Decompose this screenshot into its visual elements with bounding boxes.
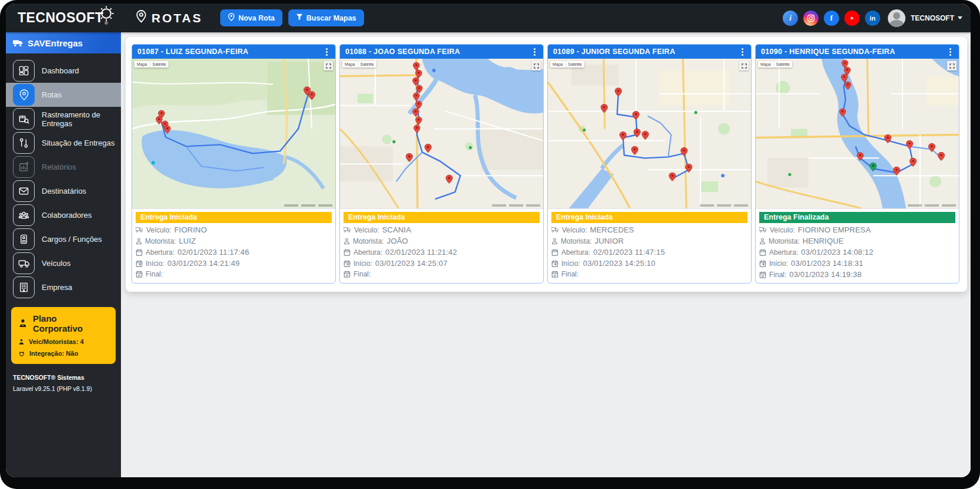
- final-row: Final:: [343, 270, 540, 278]
- sidebar-item-cargos[interactable]: Cargos / Funções: [6, 227, 121, 251]
- account-menu[interactable]: TECNOSOFT: [911, 14, 962, 22]
- person-icon: [759, 238, 766, 245]
- truck-icon: [343, 227, 351, 233]
- plan-card: Plano Corporativo Veic/Motoristas: 4 Int…: [11, 307, 116, 364]
- calendar-icon: [136, 249, 143, 256]
- person-icon: [136, 238, 142, 245]
- truck-icon: [551, 227, 559, 233]
- sidebar-item-rastreamento[interactable]: Rastreamento de Entregas: [6, 107, 121, 131]
- kebab-menu-icon[interactable]: [742, 51, 743, 53]
- map-button[interactable]: Mapa: [134, 61, 150, 68]
- sidebar-menu: Dashboard Rotas: [6, 53, 121, 299]
- map-attribution: [492, 204, 540, 207]
- route-card-header: 01089 - JUNIOR SEGUNDA FEIRA: [548, 45, 751, 59]
- route-status-icon: [13, 132, 35, 154]
- map-type-control: Mapa Satélite: [134, 61, 169, 68]
- route-card-header: 01088 - JOAO SEGUNDA FEIRA: [340, 45, 543, 59]
- calendar-check-icon: [759, 271, 766, 278]
- sidebar-item-empresa[interactable]: Empresa: [6, 275, 121, 299]
- route-card: 01087 - LUIZ SEGUNDA-FEIRA: [132, 44, 336, 284]
- sidebar-item-colaboradores[interactable]: Colaboradores: [6, 203, 121, 227]
- fullscreen-icon[interactable]: [739, 61, 749, 70]
- final-row: Final:03/01/2023 14:19:38: [759, 270, 955, 279]
- fullscreen-icon[interactable]: [531, 61, 541, 70]
- chevron-down-icon: [958, 16, 962, 19]
- registered-mark: ®: [105, 21, 108, 26]
- route-card: 01088 - JOAO SEGUNDA FEIRA: [339, 44, 544, 284]
- youtube-icon[interactable]: [844, 11, 860, 26]
- opened-row: Abertura:02/01/2023 11:47:15: [551, 248, 747, 257]
- linkedin-icon[interactable]: in: [865, 11, 880, 26]
- satellite-button[interactable]: Satélite: [773, 61, 792, 68]
- info-icon[interactable]: i: [783, 11, 798, 26]
- kebab-menu-icon[interactable]: [534, 51, 536, 53]
- calendar-check-icon: [343, 271, 351, 278]
- sidebar-item-rotas[interactable]: Rotas: [6, 83, 121, 107]
- footer-company: TECNOSOFT® Sistemas: [13, 372, 114, 383]
- truck-icon: [13, 252, 35, 274]
- route-card-body: Entrega Iniciada Veículo:SCANIA Motorist…: [340, 209, 543, 282]
- final-row: Final:: [136, 270, 332, 278]
- screenshot-frame: TECNOSOFT ® ROTAS: [0, 0, 980, 489]
- map-button[interactable]: Mapa: [550, 61, 565, 68]
- fullscreen-icon[interactable]: [324, 61, 333, 70]
- map-button[interactable]: Mapa: [342, 61, 358, 68]
- top-navbar: TECNOSOFT ® ROTAS: [6, 4, 971, 32]
- sidebar-item-situacao[interactable]: Situação de Entregas: [6, 131, 121, 155]
- sidebar-item-destinatarios[interactable]: Destinatários: [6, 179, 121, 203]
- route-card-title: 01088 - JOAO SEGUNDA FEIRA: [345, 48, 460, 56]
- route-map[interactable]: Mapa Satélite: [340, 59, 543, 209]
- satellite-button[interactable]: Satélite: [358, 61, 376, 68]
- map-button[interactable]: Mapa: [758, 61, 773, 68]
- calendar-start-icon: [551, 260, 558, 267]
- calendar-check-icon: [551, 271, 558, 278]
- envelope-icon: [13, 180, 35, 202]
- sidebar-footer: TECNOSOFT® Sistemas Laravel v9.25.1 (PHP…: [6, 370, 121, 397]
- satellite-button[interactable]: Satélite: [565, 61, 584, 68]
- filter-funnel-icon: [296, 14, 303, 22]
- map-attribution: [284, 204, 332, 207]
- brand-area[interactable]: TECNOSOFT ®: [6, 10, 121, 26]
- sidebar-item-relatorios[interactable]: Relatórios: [6, 155, 121, 179]
- driver-row: Motorista:JUNIOR: [551, 237, 747, 245]
- start-row: Início:03/01/2023 14:25:07: [343, 259, 540, 268]
- kebab-menu-icon[interactable]: [949, 51, 951, 53]
- route-map[interactable]: Mapa Satélite: [548, 59, 751, 209]
- vehicle-row: Veículo:FIORINO EMPRESA: [759, 225, 955, 234]
- app-name-banner: SAVEntregas: [6, 32, 121, 53]
- instagram-icon[interactable]: [803, 11, 819, 26]
- route-card: 01090 - HENRIQUE SEGUNDA-FEIRA: [755, 44, 959, 284]
- plan-integration: Integração: Não: [29, 350, 78, 357]
- avatar[interactable]: [888, 9, 905, 27]
- route-card: 01089 - JUNIOR SEGUNDA FEIRA: [547, 44, 752, 284]
- topbar-right: i f in TECNOSOFT: [783, 9, 971, 27]
- search-maps-button[interactable]: Buscar Mapas: [288, 9, 364, 26]
- plan-title: Plano Corporativo: [33, 313, 109, 333]
- driver-row: Motorista:LUIZ: [136, 237, 332, 245]
- sidebar-item-dashboard[interactable]: Dashboard: [6, 59, 121, 83]
- kebab-menu-icon[interactable]: [326, 51, 328, 53]
- driver-icon: [18, 339, 25, 345]
- route-card-header: 01087 - LUIZ SEGUNDA-FEIRA: [132, 45, 335, 59]
- person-icon: [551, 238, 558, 245]
- route-card-title: 01090 - HENRIQUE SEGUNDA-FEIRA: [761, 48, 895, 56]
- route-map[interactable]: Mapa Satélite: [756, 59, 959, 209]
- page-title: ROTAS: [136, 10, 203, 26]
- fullscreen-icon[interactable]: [947, 61, 957, 70]
- tecnosoft-logo: TECNOSOFT ®: [18, 10, 103, 26]
- avatar-body: [890, 20, 904, 27]
- sidebar-item-veiculos[interactable]: Veículos: [6, 251, 121, 275]
- app-window: TECNOSOFT ® ROTAS: [6, 4, 971, 477]
- satellite-button[interactable]: Satélite: [150, 61, 169, 68]
- opened-row: Abertura:03/01/2023 14:08:12: [759, 248, 955, 257]
- route-map[interactable]: Mapa Satélite: [132, 59, 335, 209]
- truck-icon: [13, 39, 23, 47]
- facebook-icon[interactable]: f: [824, 11, 839, 26]
- logo-text: TECNOSOFT: [18, 10, 103, 25]
- new-route-button[interactable]: Nova Rota: [220, 9, 282, 26]
- calendar-icon: [759, 249, 766, 256]
- calendar-check-icon: [136, 271, 143, 278]
- plan-vehicles: Veic/Motoristas: 4: [29, 338, 84, 345]
- calendar-start-icon: [136, 260, 143, 267]
- package-search-icon: [13, 108, 35, 130]
